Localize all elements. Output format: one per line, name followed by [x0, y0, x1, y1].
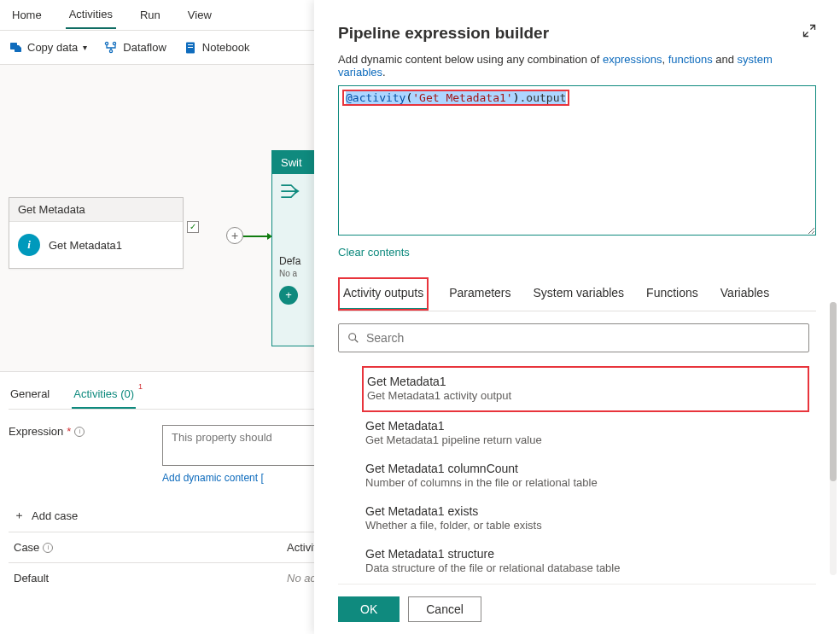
output-item-activity-output[interactable]: Get Metadata1 Get Metadata1 activity out…: [362, 366, 809, 412]
tab-activity-outputs[interactable]: Activity outputs: [338, 277, 429, 311]
copy-data-icon: [9, 41, 22, 55]
svg-point-6: [349, 334, 356, 340]
add-dynamic-content-link[interactable]: Add dynamic content [: [162, 472, 264, 484]
add-case-label: Add case: [32, 509, 78, 522]
chevron-down-icon: ▾: [83, 43, 87, 52]
ok-button[interactable]: OK: [338, 596, 400, 622]
activity-outputs-list: Get Metadata1 Get Metadata1 activity out…: [338, 366, 809, 575]
success-port[interactable]: ✓: [187, 221, 199, 233]
search-icon: [347, 332, 359, 344]
expressions-link[interactable]: expressions: [603, 53, 662, 66]
get-metadata-activity[interactable]: Get Metadata i Get Metadata1: [9, 197, 184, 269]
dataflow-label: Dataflow: [123, 41, 166, 54]
scrollbar[interactable]: [830, 302, 837, 575]
svg-point-1: [114, 42, 116, 44]
notebook-button[interactable]: Notebook: [184, 41, 250, 55]
activity-name: Get Metadata1: [49, 239, 122, 252]
copy-data-button[interactable]: Copy data ▾: [9, 41, 87, 55]
notebook-icon: [184, 41, 197, 55]
output-title: Get Metadata1 columnCount: [365, 462, 806, 475]
output-subtitle: Whether a file, folder, or table exists: [365, 519, 806, 532]
expression-builder-panel: Pipeline expression builder Add dynamic …: [314, 0, 840, 634]
tab-activities[interactable]: Activities: [66, 1, 116, 29]
output-item-structure[interactable]: Get Metadata1 structure Data structure o…: [362, 540, 809, 575]
required-asterisk: *: [67, 425, 71, 438]
output-title: Get Metadata1: [367, 375, 804, 388]
info-icon: i: [18, 234, 40, 256]
tab-home[interactable]: Home: [9, 2, 45, 28]
activity-type-header: Get Metadata: [9, 198, 183, 222]
dataflow-icon: [104, 41, 118, 55]
copy-data-label: Copy data: [27, 41, 78, 54]
output-item-columncount[interactable]: Get Metadata1 columnCount Number of colu…: [362, 455, 809, 497]
tab-variables[interactable]: Variables: [719, 277, 771, 311]
output-subtitle: Data structure of the file or relational…: [365, 561, 806, 574]
tab-parameters[interactable]: Parameters: [447, 277, 512, 311]
output-title: Get Metadata1 exists: [365, 504, 806, 518]
switch-noactivity: No a: [279, 269, 297, 278]
default-case-label: Default: [14, 572, 287, 585]
add-activity-plus[interactable]: +: [226, 227, 243, 244]
info-icon[interactable]: i: [74, 427, 85, 437]
case-header: Case: [14, 541, 39, 554]
tab-activities-label: Activities (0): [73, 387, 134, 400]
expression-text-highlighted: @activity('Get Metadata1').output: [342, 90, 569, 106]
functions-link[interactable]: functions: [668, 53, 713, 66]
clear-contents-link[interactable]: Clear contents: [338, 246, 816, 259]
switch-default-label: Defa: [279, 255, 315, 267]
expression-editor[interactable]: @activity('Get Metadata1').output: [338, 85, 816, 236]
error-badge: 1: [138, 382, 143, 391]
scrollbar-thumb[interactable]: [830, 302, 837, 481]
cancel-button[interactable]: Cancel: [408, 596, 481, 622]
output-title: Get Metadata1 structure: [365, 547, 806, 561]
output-subtitle: Get Metadata1 pipeline return value: [365, 433, 806, 446]
tab-system-variables[interactable]: System variables: [532, 277, 627, 311]
svg-rect-4: [188, 44, 193, 45]
output-subtitle: Number of columns in the file or relatio…: [365, 476, 806, 489]
output-subtitle: Get Metadata1 activity output: [367, 389, 804, 402]
search-input[interactable]: [366, 331, 800, 345]
connector-arrow: [243, 236, 269, 237]
switch-icon: [279, 181, 303, 201]
plus-icon: ＋: [14, 508, 25, 523]
svg-rect-5: [188, 47, 193, 48]
tab-view[interactable]: View: [184, 2, 215, 28]
panel-description: Add dynamic content below using any comb…: [338, 53, 816, 79]
expand-icon[interactable]: [802, 24, 816, 42]
svg-point-0: [106, 42, 108, 44]
tab-general[interactable]: General: [9, 381, 51, 409]
tab-run[interactable]: Run: [137, 2, 164, 28]
tab-activities-bottom[interactable]: Activities (0) 1: [72, 381, 136, 409]
panel-title: Pipeline expression builder: [338, 24, 549, 43]
output-item-pipeline-return[interactable]: Get Metadata1 Get Metadata1 pipeline ret…: [362, 412, 809, 455]
tab-functions[interactable]: Functions: [645, 277, 700, 311]
expression-label: Expression: [9, 425, 63, 438]
svg-point-2: [110, 49, 113, 52]
dataflow-button[interactable]: Dataflow: [104, 41, 166, 55]
output-item-exists[interactable]: Get Metadata1 exists Whether a file, fol…: [362, 497, 809, 540]
output-title: Get Metadata1: [365, 419, 806, 433]
info-icon[interactable]: i: [43, 543, 53, 553]
search-box[interactable]: [338, 323, 809, 352]
switch-add-icon[interactable]: +: [279, 286, 298, 305]
notebook-label: Notebook: [202, 41, 250, 54]
